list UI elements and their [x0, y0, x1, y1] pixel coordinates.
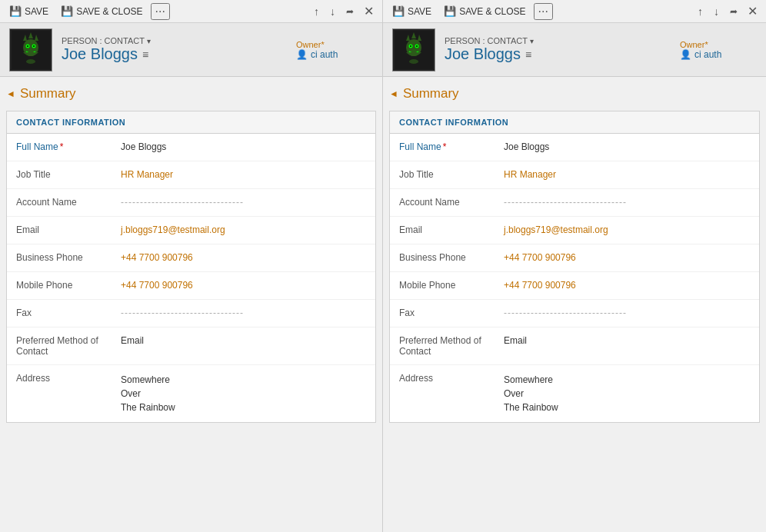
field-row: Business Phone+44 7700 900796 [390, 244, 759, 272]
field-value[interactable]: +44 7700 900796 [115, 272, 375, 298]
field-row: Job TitleHR Manager [390, 161, 759, 189]
svg-point-19 [409, 59, 418, 64]
person-icon: 👤 [680, 49, 691, 60]
field-row: Fax-------------------------------- [7, 300, 375, 328]
field-label: Full Name* [7, 134, 115, 160]
svg-point-5 [33, 45, 35, 47]
save-icon: 💾 [9, 5, 22, 17]
nav-up-button[interactable]: ↑ [693, 3, 708, 20]
record-name-text: Joe Bloggs [62, 45, 138, 63]
more-options-button[interactable]: ··· [151, 3, 170, 20]
field-label: Email [390, 217, 498, 243]
save-button[interactable]: 💾SAVE [5, 4, 53, 18]
avatar [392, 28, 435, 71]
contact-info-card: CONTACT INFORMATIONFull Name*Joe BloggsJ… [389, 111, 760, 423]
field-label: Fax [390, 300, 498, 326]
field-row: Fax-------------------------------- [390, 300, 759, 328]
field-row: Emailj.bloggs719@testmail.org [390, 217, 759, 244]
field-row: AddressSomewhereOverThe Rainbow [390, 365, 759, 422]
field-label: Fax [7, 300, 115, 326]
save-button[interactable]: 💾SAVE [388, 4, 436, 18]
summary-section-header: ◄Summary [6, 83, 376, 105]
nav-up-button[interactable]: ↑ [309, 3, 324, 20]
field-row: Account Name----------------------------… [7, 189, 375, 217]
field-label: Business Phone [7, 244, 115, 271]
record-name-text: Joe Bloggs [445, 45, 521, 63]
toolbar-navigation: ↑↓➦✕ [309, 2, 378, 20]
header-info: PERSON : CONTACT▾Joe Bloggs≡ [62, 36, 287, 63]
panel-right: 💾SAVE💾SAVE & CLOSE···↑↓➦✕ PERSON : CONTA… [383, 0, 766, 532]
field-value: -------------------------------- [498, 189, 759, 215]
field-label: Preferred Method of Contact [7, 328, 115, 364]
summary-title: Summary [20, 86, 76, 101]
toolbar: 💾SAVE💾SAVE & CLOSE···↑↓➦✕ [0, 0, 382, 23]
field-row: Job TitleHR Manager [7, 161, 375, 189]
field-row: Mobile Phone+44 7700 900796 [390, 272, 759, 300]
field-row: Account Name----------------------------… [390, 189, 759, 217]
field-label: Mobile Phone [390, 272, 498, 298]
content-area: ◄SummaryCONTACT INFORMATIONFull Name*Joe… [383, 77, 766, 532]
field-label: Email [7, 217, 115, 243]
save-close-button[interactable]: 💾SAVE & CLOSE [56, 4, 147, 18]
save-icon: 💾 [392, 5, 405, 17]
field-label: Account Name [390, 189, 498, 215]
record-header: PERSON : CONTACT▾Joe Bloggs≡Owner*👤ci au… [0, 23, 382, 77]
nav-down-button[interactable]: ↓ [325, 3, 340, 20]
card-header: CONTACT INFORMATION [7, 111, 375, 134]
toolbar: 💾SAVE💾SAVE & CLOSE···↑↓➦✕ [383, 0, 766, 23]
record-name: Joe Bloggs≡ [62, 45, 287, 63]
field-value: Joe Bloggs [115, 134, 375, 160]
entity-type-label: PERSON : CONTACT [445, 36, 528, 45]
expand-button[interactable]: ➦ [341, 4, 358, 19]
owner-value[interactable]: 👤ci auth [296, 49, 338, 60]
summary-chevron[interactable]: ◄ [389, 88, 398, 99]
chevron-down-icon: ▾ [530, 37, 534, 45]
more-options-button[interactable]: ··· [534, 3, 553, 20]
field-value[interactable]: +44 7700 900796 [498, 244, 759, 271]
chevron-down-icon: ▾ [147, 37, 151, 45]
field-value[interactable]: j.bloggs719@testmail.org [115, 217, 375, 243]
close-button[interactable]: ✕ [744, 2, 761, 20]
field-label: Full Name* [390, 134, 498, 160]
field-value: Email [498, 328, 759, 354]
person-icon: 👤 [296, 49, 308, 60]
field-label: Account Name [7, 189, 115, 215]
field-row: Preferred Method of ContactEmail [390, 328, 759, 365]
panel-left: 💾SAVE💾SAVE & CLOSE···↑↓➦✕ PERSON : CONTA… [0, 0, 383, 532]
field-value: -------------------------------- [115, 300, 375, 326]
record-header: PERSON : CONTACT▾Joe Bloggs≡Owner*👤ci au… [383, 23, 766, 77]
owner-label: Owner* [680, 40, 708, 49]
field-row: Full Name*Joe Bloggs [390, 134, 759, 161]
field-value[interactable]: HR Manager [115, 161, 375, 188]
entity-type: PERSON : CONTACT▾ [445, 36, 671, 45]
owner-value[interactable]: 👤ci auth [680, 49, 721, 60]
field-value[interactable]: +44 7700 900796 [498, 272, 759, 298]
field-value[interactable]: +44 7700 900796 [115, 244, 375, 271]
contact-info-card: CONTACT INFORMATIONFull Name*Joe BloggsJ… [6, 111, 376, 423]
field-value: -------------------------------- [498, 300, 759, 326]
menu-icon[interactable]: ≡ [525, 48, 531, 61]
summary-section-header: ◄Summary [389, 83, 760, 105]
owner-name: ci auth [694, 49, 721, 60]
save-close-icon: 💾 [444, 5, 456, 17]
summary-chevron[interactable]: ◄ [6, 88, 15, 99]
field-value: SomewhereOverThe Rainbow [115, 365, 375, 422]
entity-type: PERSON : CONTACT▾ [62, 36, 287, 45]
expand-button[interactable]: ➦ [725, 4, 742, 19]
field-row: Emailj.bloggs719@testmail.org [7, 217, 375, 244]
field-value: Joe Bloggs [498, 134, 759, 160]
summary-title: Summary [403, 86, 459, 101]
field-value[interactable]: j.bloggs719@testmail.org [498, 217, 759, 243]
close-button[interactable]: ✕ [360, 2, 378, 20]
field-row: Mobile Phone+44 7700 900796 [7, 272, 375, 300]
field-label: Preferred Method of Contact [390, 328, 498, 364]
nav-down-button[interactable]: ↓ [709, 3, 724, 20]
field-value: -------------------------------- [115, 189, 375, 215]
field-label: Business Phone [390, 244, 498, 271]
field-value: Email [115, 328, 375, 354]
menu-icon[interactable]: ≡ [142, 48, 148, 61]
field-label: Job Title [390, 161, 498, 188]
field-value[interactable]: HR Manager [498, 161, 759, 188]
save-close-button[interactable]: 💾SAVE & CLOSE [439, 4, 530, 18]
svg-point-14 [410, 45, 411, 47]
